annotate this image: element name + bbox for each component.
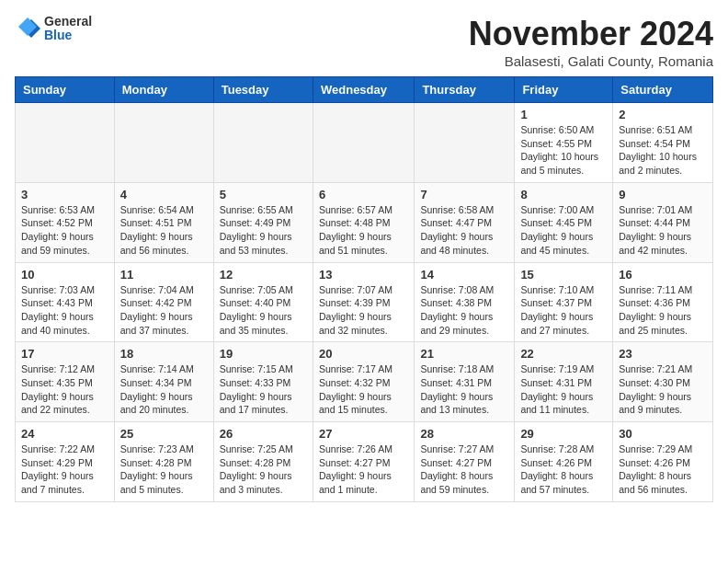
day-info: Sunrise: 7:27 AM Sunset: 4:27 PM Dayligh…	[420, 442, 508, 497]
calendar-day-cell: 9Sunrise: 7:01 AM Sunset: 4:44 PM Daylig…	[613, 182, 713, 262]
day-number: 17	[21, 347, 108, 361]
day-number: 18	[120, 347, 208, 361]
calendar-day-cell: 12Sunrise: 7:05 AM Sunset: 4:40 PM Dayli…	[213, 262, 313, 342]
day-number: 8	[520, 188, 607, 201]
logo-blue: Blue	[44, 29, 92, 42]
day-info: Sunrise: 7:00 AM Sunset: 4:45 PM Dayligh…	[520, 203, 607, 258]
day-info: Sunrise: 7:03 AM Sunset: 4:43 PM Dayligh…	[21, 283, 108, 338]
calendar-day-cell: 3Sunrise: 6:53 AM Sunset: 4:52 PM Daylig…	[16, 182, 115, 262]
calendar-day-cell: 10Sunrise: 7:03 AM Sunset: 4:43 PM Dayli…	[16, 262, 115, 342]
calendar-day-cell: 27Sunrise: 7:26 AM Sunset: 4:27 PM Dayli…	[313, 422, 414, 502]
day-number: 21	[420, 347, 508, 361]
day-info: Sunrise: 7:11 AM Sunset: 4:36 PM Dayligh…	[619, 283, 707, 338]
day-number: 20	[319, 347, 408, 361]
day-number: 11	[120, 268, 208, 282]
day-info: Sunrise: 6:53 AM Sunset: 4:52 PM Dayligh…	[21, 203, 108, 258]
day-info: Sunrise: 7:19 AM Sunset: 4:31 PM Dayligh…	[520, 362, 607, 417]
day-number: 28	[420, 427, 508, 441]
calendar-week-row: 10Sunrise: 7:03 AM Sunset: 4:43 PM Dayli…	[16, 262, 713, 342]
calendar-day-cell	[213, 103, 313, 183]
day-info: Sunrise: 7:04 AM Sunset: 4:42 PM Dayligh…	[120, 283, 208, 338]
weekday-header: Tuesday	[213, 77, 313, 103]
logo: General Blue	[15, 15, 92, 43]
calendar-day-cell: 8Sunrise: 7:00 AM Sunset: 4:45 PM Daylig…	[515, 182, 613, 262]
day-number: 1	[520, 108, 607, 121]
calendar-day-cell: 21Sunrise: 7:18 AM Sunset: 4:31 PM Dayli…	[415, 342, 515, 422]
calendar-day-cell: 18Sunrise: 7:14 AM Sunset: 4:34 PM Dayli…	[114, 342, 213, 422]
day-info: Sunrise: 7:22 AM Sunset: 4:29 PM Dayligh…	[21, 442, 108, 497]
weekday-header: Friday	[515, 77, 613, 103]
day-number: 7	[420, 188, 508, 201]
header: General Blue November 2024 Balasesti, Ga…	[15, 15, 713, 69]
logo-general: General	[44, 15, 92, 29]
calendar-day-cell: 13Sunrise: 7:07 AM Sunset: 4:39 PM Dayli…	[313, 262, 414, 342]
calendar-day-cell	[415, 103, 515, 183]
calendar-day-cell: 25Sunrise: 7:23 AM Sunset: 4:28 PM Dayli…	[114, 422, 213, 502]
day-info: Sunrise: 7:18 AM Sunset: 4:31 PM Dayligh…	[420, 362, 508, 417]
day-number: 30	[619, 427, 707, 441]
calendar-day-cell: 16Sunrise: 7:11 AM Sunset: 4:36 PM Dayli…	[613, 262, 713, 342]
day-info: Sunrise: 6:54 AM Sunset: 4:51 PM Dayligh…	[120, 203, 208, 258]
day-number: 5	[220, 188, 307, 201]
main-title: November 2024	[469, 15, 713, 53]
day-info: Sunrise: 7:07 AM Sunset: 4:39 PM Dayligh…	[319, 283, 408, 338]
day-number: 25	[120, 427, 208, 441]
day-number: 29	[520, 427, 607, 441]
calendar-day-cell	[114, 103, 213, 183]
day-info: Sunrise: 7:05 AM Sunset: 4:40 PM Dayligh…	[220, 283, 307, 338]
day-number: 19	[220, 347, 307, 361]
day-info: Sunrise: 7:12 AM Sunset: 4:35 PM Dayligh…	[21, 362, 108, 417]
weekday-header: Wednesday	[313, 77, 414, 103]
calendar-day-cell: 17Sunrise: 7:12 AM Sunset: 4:35 PM Dayli…	[16, 342, 115, 422]
logo-icon	[15, 16, 40, 41]
calendar-day-cell: 30Sunrise: 7:29 AM Sunset: 4:26 PM Dayli…	[613, 422, 713, 502]
day-number: 22	[520, 347, 607, 361]
logo-text: General Blue	[44, 15, 92, 43]
calendar-day-cell: 6Sunrise: 6:57 AM Sunset: 4:48 PM Daylig…	[313, 182, 414, 262]
day-number: 4	[120, 188, 208, 201]
subtitle: Balasesti, Galati County, Romania	[469, 53, 713, 69]
calendar-day-cell: 4Sunrise: 6:54 AM Sunset: 4:51 PM Daylig…	[114, 182, 213, 262]
calendar-day-cell: 23Sunrise: 7:21 AM Sunset: 4:30 PM Dayli…	[613, 342, 713, 422]
day-number: 6	[319, 188, 408, 201]
day-info: Sunrise: 7:08 AM Sunset: 4:38 PM Dayligh…	[420, 283, 508, 338]
day-info: Sunrise: 6:57 AM Sunset: 4:48 PM Dayligh…	[319, 203, 408, 258]
day-info: Sunrise: 7:29 AM Sunset: 4:26 PM Dayligh…	[619, 442, 707, 497]
calendar-day-cell: 26Sunrise: 7:25 AM Sunset: 4:28 PM Dayli…	[213, 422, 313, 502]
day-info: Sunrise: 7:17 AM Sunset: 4:32 PM Dayligh…	[319, 362, 408, 417]
calendar-week-row: 24Sunrise: 7:22 AM Sunset: 4:29 PM Dayli…	[16, 422, 713, 502]
day-info: Sunrise: 7:15 AM Sunset: 4:33 PM Dayligh…	[220, 362, 307, 417]
calendar-day-cell: 22Sunrise: 7:19 AM Sunset: 4:31 PM Dayli…	[515, 342, 613, 422]
day-number: 13	[319, 268, 408, 282]
day-number: 2	[619, 108, 707, 121]
day-number: 24	[21, 427, 108, 441]
calendar-day-cell: 1Sunrise: 6:50 AM Sunset: 4:55 PM Daylig…	[515, 103, 613, 183]
day-number: 14	[420, 268, 508, 282]
day-number: 23	[619, 347, 707, 361]
day-info: Sunrise: 6:50 AM Sunset: 4:55 PM Dayligh…	[520, 123, 607, 178]
calendar-day-cell: 14Sunrise: 7:08 AM Sunset: 4:38 PM Dayli…	[415, 262, 515, 342]
calendar-day-cell: 28Sunrise: 7:27 AM Sunset: 4:27 PM Dayli…	[415, 422, 515, 502]
day-number: 9	[619, 188, 707, 201]
day-number: 16	[619, 268, 707, 282]
day-number: 10	[21, 268, 108, 282]
weekday-header: Monday	[114, 77, 213, 103]
weekday-header: Sunday	[16, 77, 115, 103]
calendar-week-row: 17Sunrise: 7:12 AM Sunset: 4:35 PM Dayli…	[16, 342, 713, 422]
day-info: Sunrise: 6:55 AM Sunset: 4:49 PM Dayligh…	[220, 203, 307, 258]
weekday-header: Thursday	[415, 77, 515, 103]
day-info: Sunrise: 7:01 AM Sunset: 4:44 PM Dayligh…	[619, 203, 707, 258]
calendar-day-cell: 11Sunrise: 7:04 AM Sunset: 4:42 PM Dayli…	[114, 262, 213, 342]
calendar-day-cell: 15Sunrise: 7:10 AM Sunset: 4:37 PM Dayli…	[515, 262, 613, 342]
day-number: 3	[21, 188, 108, 201]
day-info: Sunrise: 7:23 AM Sunset: 4:28 PM Dayligh…	[120, 442, 208, 497]
calendar-week-row: 3Sunrise: 6:53 AM Sunset: 4:52 PM Daylig…	[16, 182, 713, 262]
day-info: Sunrise: 7:14 AM Sunset: 4:34 PM Dayligh…	[120, 362, 208, 417]
day-number: 27	[319, 427, 408, 441]
day-number: 12	[220, 268, 307, 282]
calendar-day-cell: 7Sunrise: 6:58 AM Sunset: 4:47 PM Daylig…	[415, 182, 515, 262]
day-info: Sunrise: 7:28 AM Sunset: 4:26 PM Dayligh…	[520, 442, 607, 497]
day-info: Sunrise: 7:21 AM Sunset: 4:30 PM Dayligh…	[619, 362, 707, 417]
weekday-header: Saturday	[613, 77, 713, 103]
title-area: November 2024 Balasesti, Galati County, …	[469, 15, 713, 69]
